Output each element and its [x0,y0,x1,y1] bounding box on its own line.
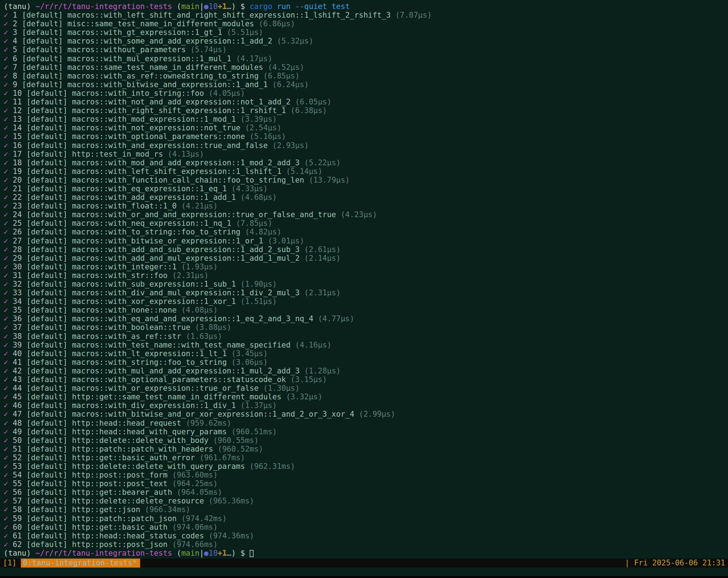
terminal-screen[interactable]: (tanu) ~/r/r/t/tanu-integration-tests (m… [0,0,728,578]
prompt-dollar: $ [241,549,245,557]
test-row: ✓ 4 [default] macros::with_some_and_add_… [4,37,728,45]
cwd-path: ~/r/r/t/tanu-integration-tests [36,2,172,11]
test-number: 33 [13,288,22,297]
test-time: (3.32µs) [286,393,322,401]
test-scope: [default] [26,297,67,306]
test-row: ✓ 8 [default] macros::with_as_ref::owned… [4,72,728,80]
test-row: ✓ 10 [default] macros::with_into_string:… [4,89,728,98]
test-time: (4.16µs) [295,341,331,349]
test-row: ✓ 54 [default] http::post::post_form (96… [4,471,728,479]
git-branch: main [181,2,200,11]
test-name: macros::with_str::foo [72,271,168,280]
test-time: (7.85µs) [236,219,272,228]
test-time: (3.88µs) [195,323,231,332]
test-scope: [default] [22,28,63,37]
check-icon: ✓ [4,288,8,297]
test-row: ✓ 34 [default] macros::with_xor_expressi… [4,297,728,306]
test-time: (974.42ms) [181,514,227,523]
check-icon: ✓ [4,106,8,115]
git-separator: | [200,2,204,11]
test-name: http::test_in_mod_rs [72,150,163,158]
test-row: ✓ 43 [default] macros::with_optional_par… [4,375,728,384]
check-icon: ✓ [4,367,8,375]
test-row: ✓ 9 [default] macros::with_bitwise_and_e… [4,80,728,89]
test-name: macros::with_integer::1 [72,263,177,271]
test-name: macros::with_or_expression::true_or_fals… [72,384,259,393]
test-time: (960.55ms) [213,436,259,445]
test-row: ✓ 53 [default] http::delete::delete_with… [4,462,728,471]
test-number: 55 [13,479,22,488]
test-scope: [default] [26,497,67,505]
test-name: http::get::bearer_auth [72,488,172,497]
test-number: 2 [13,19,17,28]
test-scope: [default] [26,540,67,549]
test-row: ✓ 26 [default] macros::with_to_string::f… [4,228,728,236]
test-time: (1.51µs) [241,297,277,306]
test-name: macros::with_div_expression::1_div_1 [72,401,236,410]
test-scope: [default] [26,254,67,263]
test-number: 8 [13,72,17,80]
test-number: 6 [13,54,17,63]
test-scope: [default] [26,436,67,445]
test-scope: [default] [26,176,67,184]
test-number: 54 [13,471,22,479]
check-icon: ✓ [4,45,8,54]
test-row: ✓ 2 [default] misc::same_test_name_in_di… [4,19,728,28]
test-time: (1.30µs) [263,384,300,393]
test-row: ✓ 11 [default] macros::with_not_and_add_… [4,98,728,106]
test-time: (1.37µs) [241,401,277,410]
test-row: ✓ 44 [default] macros::with_or_expressio… [4,384,728,393]
test-scope: [default] [26,158,67,167]
test-name: http::delete::delete_resource [72,497,204,505]
test-name: macros::with_or_and_and_expression::true… [72,210,336,219]
check-icon: ✓ [4,228,8,236]
test-name: macros::without_parameters [67,45,186,54]
test-number: 12 [13,106,22,115]
test-time: (6.38µs) [291,106,327,115]
test-row: ✓ 27 [default] macros::with_bitwise_or_e… [4,237,728,245]
test-number: 51 [13,445,22,453]
test-number: 48 [13,419,22,427]
check-icon: ✓ [4,141,8,150]
test-row: ✓ 57 [default] http::delete::delete_reso… [4,497,728,505]
git-paren-open: ( [177,549,181,557]
screen-bottom-strip [0,576,728,578]
test-number: 46 [13,401,22,410]
test-number: 13 [13,115,22,124]
test-scope: [default] [26,167,67,176]
test-row: ✓ 51 [default] http::patch::patch_with_h… [4,445,728,453]
test-time: (2.31µs) [172,271,209,280]
test-name: http::head::head_status_codes [72,532,204,540]
test-row: ✓ 18 [default] macros::with_mod_and_add_… [4,158,728,167]
check-icon: ✓ [4,150,8,158]
test-time: (961.67ms) [200,453,245,462]
test-scope: [default] [26,514,67,523]
test-row: ✓ 13 [default] macros::with_mod_expressi… [4,115,728,124]
test-scope: [default] [26,228,67,236]
test-row: ✓ 58 [default] http::get::json (966.34ms… [4,505,728,514]
tmux-session-tab[interactable]: 0:tanu-integration-tests* [21,559,140,568]
check-icon: ✓ [4,193,8,202]
check-icon: ✓ [4,210,8,219]
test-name: http::delete::delete_with_body [72,436,209,445]
test-name: macros::with_function_call_chain::foo_to… [72,176,304,184]
test-number: 36 [13,314,22,323]
check-icon: ✓ [4,540,8,549]
check-icon: ✓ [4,349,8,358]
test-time: (3.15µs) [291,375,327,384]
test-scope: [default] [22,11,63,19]
test-time: (974.36ms) [209,532,254,540]
test-name: macros::with_right_shift_expression::1_r… [72,106,286,115]
shell-prompt-top: (tanu) ~/r/r/t/tanu-integration-tests (m… [4,2,728,11]
test-name: macros::with_add_and_mul_expression::1_a… [72,254,300,263]
test-row: ✓ 31 [default] macros::with_str::foo (2.… [4,271,728,280]
test-name: macros::with_left_shift_expression::1_ls… [72,167,282,176]
test-time: (964.25ms) [172,479,218,488]
check-icon: ✓ [4,384,8,393]
test-number: 38 [13,332,22,341]
git-ellipsis: … [227,549,232,557]
test-name: macros::with_bitwise_or_expression::1_or… [72,237,263,245]
test-scope: [default] [26,89,67,98]
check-icon: ✓ [4,375,8,384]
test-row: ✓ 19 [default] macros::with_left_shift_e… [4,167,728,176]
